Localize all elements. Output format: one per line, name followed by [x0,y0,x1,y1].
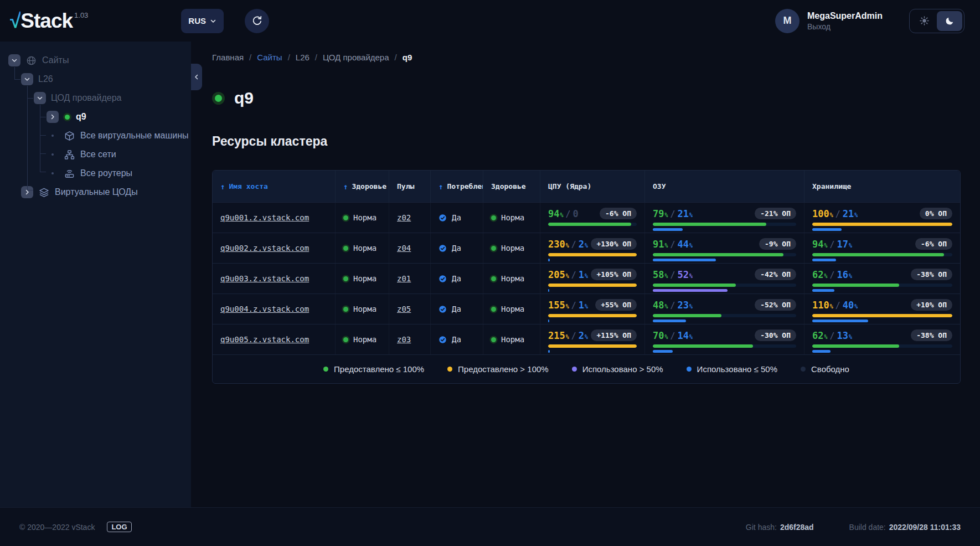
percent-sign: % [585,243,588,249]
sidebar-item-label[interactable]: Виртуальные ЦОДы [55,187,138,197]
column-header[interactable]: ↑Потребление [431,171,483,202]
column-header[interactable]: ОЗУ [645,171,804,202]
host-link[interactable]: q9u001.z.vstack.com [220,213,309,222]
column-header[interactable]: Хранилище [804,171,960,202]
chevron-right-icon[interactable] [47,111,59,123]
page-title-block: q9 [212,89,961,107]
light-theme-button[interactable] [911,11,937,31]
legend-item: Использовано ≤ 50% [687,364,777,374]
pool-link[interactable]: z04 [397,244,411,253]
legend-label: Предоставлено > 100% [458,364,549,374]
breadcrumb-item[interactable]: L26 [296,53,310,62]
overprovision-badge: +55% ОП [595,299,637,311]
value-separator: / [566,209,571,219]
host-cell: q9u004.z.vstack.com [213,294,336,324]
footer: © 2020—2022 vStack LOG Git hash:2d6f28ad… [0,507,980,546]
provided-bar-track [548,253,637,256]
column-header[interactable]: ↑Имя хоста [213,171,336,202]
percent-sign: % [664,334,668,340]
sidebar-item-label[interactable]: Все роутеры [80,168,132,178]
pool-cell: z05 [389,294,431,324]
ram-cell: 70%/14%-30% ОП [645,324,804,354]
chevron-left-icon [193,74,200,80]
breadcrumb: Главная/Сайты/L26/ЦОД провайдера/q9 [212,53,961,62]
sidebar-item[interactable]: Все виртуальные машины [0,126,191,145]
pool-link[interactable]: z05 [397,305,411,313]
tree-connector [27,98,33,99]
table-row: q9u004.z.vstack.comНормаz05ДаНорма155%/1… [213,294,960,324]
sidebar-item[interactable]: L26 [0,70,191,89]
sidebar-item-label[interactable]: Все виртуальные машины [80,131,189,141]
host-link[interactable]: q9u003.z.vstack.com [220,274,309,283]
tree-connector [40,153,46,154]
column-header[interactable]: ЦПУ (Ядра) [540,171,645,202]
host-cell: q9u001.z.vstack.com [213,203,336,233]
provided-bar-track [653,284,796,287]
overprovision-badge: 0% ОП [920,208,952,219]
column-header-label: Здоровье [491,182,526,190]
breadcrumb-item[interactable]: Главная [212,53,244,62]
consumption-text: Да [452,335,461,344]
used-bar [548,320,549,322]
value-separator: / [670,240,675,250]
pool-link[interactable]: z02 [397,213,411,222]
breadcrumb-item[interactable]: Сайты [257,53,282,62]
language-dropdown[interactable]: RUS [181,9,224,33]
health-status-text: Норма [353,244,376,253]
pool-link[interactable]: z03 [397,335,411,344]
provided-bar [548,344,637,348]
sidebar-item-label[interactable]: ЦОД провайдера [51,93,122,103]
chevron-down-icon[interactable] [21,73,33,85]
sidebar-item[interactable]: Все сети [0,145,191,164]
dark-theme-button[interactable] [937,11,962,31]
health-cell: Норма [336,203,389,233]
sidebar-item[interactable]: q9 [0,107,191,126]
sidebar-item[interactable]: Все роутеры [0,164,191,183]
column-header[interactable]: Пулы [389,171,431,202]
percent-sign: % [689,334,693,340]
sidebar-collapse-button[interactable] [191,64,202,90]
overprovision-badge: +10% ОП [911,299,952,311]
layers-icon [38,187,50,198]
chevron-down-icon[interactable] [34,92,46,104]
sidebar-item-label[interactable]: L26 [38,74,53,84]
sidebar-item-label[interactable]: Сайты [42,55,69,65]
used-bar [812,289,834,292]
avatar[interactable]: M [775,9,800,33]
ram-cell: 58%/52%-42% ОП [645,264,804,293]
refresh-button[interactable] [245,9,269,33]
health-status-text: Норма [353,274,376,283]
provided-bar [812,253,944,256]
value-separator: / [835,209,840,219]
chevron-down-icon[interactable] [8,54,20,66]
host-link[interactable]: q9u005.z.vstack.com [220,335,309,344]
provided-bar [812,223,952,226]
sidebar-item[interactable]: Виртуальные ЦОДы [0,183,191,202]
host-link[interactable]: q9u002.z.vstack.com [220,244,309,253]
vstack-logo[interactable]: √Stack 1.03 [10,7,88,35]
host-link[interactable]: q9u004.z.vstack.com [220,305,309,313]
sidebar-item-label[interactable]: Все сети [80,150,116,159]
sidebar-item-label[interactable]: q9 [76,112,86,122]
sidebar-item[interactable]: Сайты [0,51,191,70]
breadcrumb-item[interactable]: ЦОД провайдера [323,53,389,62]
column-header[interactable]: ↑Здоровье [336,171,389,202]
page: √Stack 1.03 RUS M MegaSuperAdmin Выход [0,0,980,546]
log-badge[interactable]: LOG [107,522,131,532]
consumption-cell: Да [431,324,483,354]
pool-link[interactable]: z01 [397,274,411,283]
ram-cell: 91%/44%-9% ОП [645,233,804,263]
storage-cell: 62%/16%-38% ОП [804,264,960,293]
percent-sign: % [824,243,827,249]
provided-bar-track [812,253,952,256]
pool-cell: z01 [389,264,431,293]
logout-link[interactable]: Выход [807,22,883,31]
column-header[interactable]: Здоровье [483,171,540,202]
percent-sign: % [824,273,827,279]
provided-bar [812,344,899,348]
tree-connector [27,190,33,190]
used-value: 14 [678,330,689,341]
percent-sign: % [566,273,569,279]
health-status-dot [491,215,496,220]
percent-sign: % [585,303,588,310]
